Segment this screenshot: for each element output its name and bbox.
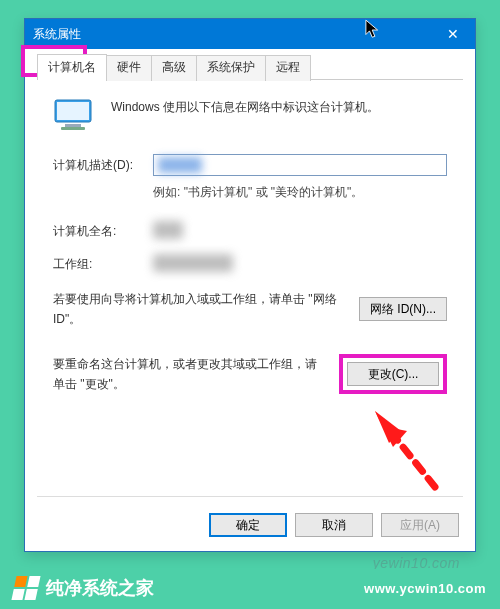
dialog-footer: 确定 取消 应用(A)	[209, 513, 459, 537]
brand-url: www.ycwin10.com	[364, 581, 486, 596]
footer-separator	[37, 496, 463, 497]
dialog-content: 计算机名 硬件 高级 系统保护 远程 Windows 使用以下信息在网络中标识这…	[25, 49, 475, 551]
description-input[interactable]	[153, 154, 447, 176]
svg-marker-5	[375, 411, 407, 447]
tab-hardware[interactable]: 硬件	[106, 55, 152, 81]
network-id-text: 若要使用向导将计算机加入域或工作组，请单击 "网络 ID"。	[53, 289, 347, 330]
workgroup-label: 工作组:	[53, 256, 153, 273]
system-properties-window: 系统属性 ✕ 计算机名 硬件 高级 系统保护 远程	[24, 18, 476, 552]
change-button[interactable]: 更改(C)...	[347, 362, 439, 386]
cancel-button[interactable]: 取消	[295, 513, 373, 537]
svg-rect-3	[61, 127, 85, 130]
description-label: 计算机描述(D):	[53, 157, 153, 174]
brand-bar: 纯净系统之家 www.ycwin10.com	[0, 569, 500, 609]
tabstrip: 计算机名 硬件 高级 系统保护 远程	[37, 53, 463, 80]
description-example: 例如: "书房计算机" 或 "美玲的计算机"。	[153, 184, 447, 201]
brand-logo-icon	[11, 576, 40, 600]
computer-icon	[53, 98, 93, 132]
svg-rect-2	[65, 124, 81, 127]
tab-remote[interactable]: 远程	[265, 55, 311, 81]
tab-advanced[interactable]: 高级	[151, 55, 197, 81]
annotation-change-highlight: 更改(C)...	[339, 354, 447, 394]
ok-button[interactable]: 确定	[209, 513, 287, 537]
svg-line-4	[387, 427, 435, 487]
network-id-button[interactable]: 网络 ID(N)...	[359, 297, 447, 321]
mouse-cursor-icon	[365, 19, 383, 41]
brand-name: 纯净系统之家	[46, 576, 154, 600]
svg-rect-1	[57, 102, 89, 120]
close-icon: ✕	[447, 26, 459, 42]
apply-button[interactable]: 应用(A)	[381, 513, 459, 537]
annotation-arrow	[335, 397, 455, 497]
fullname-label: 计算机全名:	[53, 223, 153, 240]
tab-computer-name[interactable]: 计算机名	[37, 54, 107, 80]
change-text: 要重命名这台计算机，或者更改其域或工作组，请单击 "更改"。	[53, 354, 327, 395]
tab-system-protection[interactable]: 系统保护	[196, 55, 266, 81]
redacted-value	[158, 157, 202, 173]
titlebar[interactable]: 系统属性 ✕	[25, 19, 475, 49]
fullname-value	[153, 223, 447, 239]
info-text: Windows 使用以下信息在网络中标识这台计算机。	[111, 98, 447, 116]
window-title: 系统属性	[33, 26, 81, 43]
workgroup-value	[153, 256, 447, 272]
close-button[interactable]: ✕	[431, 19, 475, 49]
svg-marker-6	[375, 411, 401, 443]
